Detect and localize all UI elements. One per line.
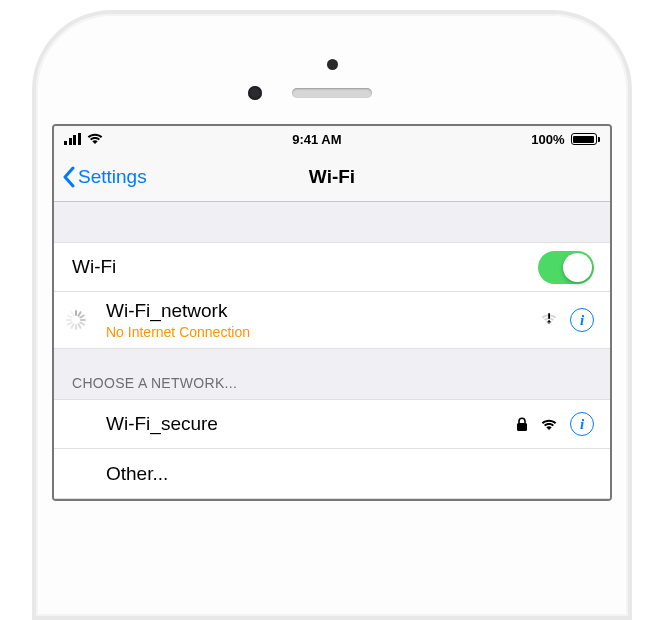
cellular-signal-icon xyxy=(64,133,81,145)
back-label: Settings xyxy=(78,166,147,188)
current-network-status: No Internet Connection xyxy=(106,324,540,340)
info-button[interactable]: i xyxy=(570,412,594,436)
front-camera xyxy=(248,86,262,100)
status-bar: 9:41 AM 100% xyxy=(54,126,610,152)
wifi-status-icon xyxy=(87,133,103,145)
chevron-left-icon xyxy=(62,166,76,188)
svg-rect-14 xyxy=(517,423,527,431)
back-button[interactable]: Settings xyxy=(62,166,147,188)
network-row[interactable]: Wi-Fi_secure i xyxy=(54,399,610,449)
svg-point-13 xyxy=(548,320,550,322)
wifi-toggle-switch[interactable] xyxy=(538,251,594,284)
svg-line-11 xyxy=(72,312,74,315)
phone-frame: 9:41 AM 100% Settings Wi-Fi Wi-Fi xyxy=(32,10,632,620)
hardware-top xyxy=(52,34,612,124)
info-button[interactable]: i xyxy=(570,308,594,332)
lock-icon xyxy=(516,417,528,432)
wifi-toggle-row: Wi-Fi xyxy=(54,242,610,292)
current-network-name: Wi-Fi_network xyxy=(106,300,540,322)
svg-line-10 xyxy=(68,316,71,318)
other-network-row[interactable]: Other... xyxy=(54,449,610,499)
side-buttons-right xyxy=(631,244,632,304)
choose-network-header: CHOOSE A NETWORK... xyxy=(54,349,610,399)
section-gap xyxy=(54,202,610,242)
svg-line-2 xyxy=(80,316,83,318)
current-network-row[interactable]: Wi-Fi_network No Internet Connection i xyxy=(54,292,610,349)
earpiece-speaker xyxy=(292,88,372,98)
battery-percentage: 100% xyxy=(531,132,564,147)
svg-line-5 xyxy=(79,324,81,327)
svg-line-4 xyxy=(80,323,83,325)
side-buttons-left xyxy=(32,204,33,396)
screen: 9:41 AM 100% Settings Wi-Fi Wi-Fi xyxy=(52,124,612,501)
svg-line-8 xyxy=(68,323,71,325)
wifi-toggle-label: Wi-Fi xyxy=(72,256,538,278)
wifi-signal-icon xyxy=(540,417,558,431)
nav-bar: Settings Wi-Fi xyxy=(54,152,610,202)
other-network-label: Other... xyxy=(106,463,594,485)
network-name: Wi-Fi_secure xyxy=(106,413,516,435)
wifi-weak-signal-icon xyxy=(540,312,558,328)
svg-line-7 xyxy=(72,324,74,327)
battery-icon xyxy=(571,133,601,145)
svg-line-1 xyxy=(79,312,81,315)
status-time: 9:41 AM xyxy=(292,132,341,147)
top-sensor xyxy=(327,59,338,70)
svg-rect-12 xyxy=(548,313,550,319)
loading-spinner-icon xyxy=(65,309,87,331)
